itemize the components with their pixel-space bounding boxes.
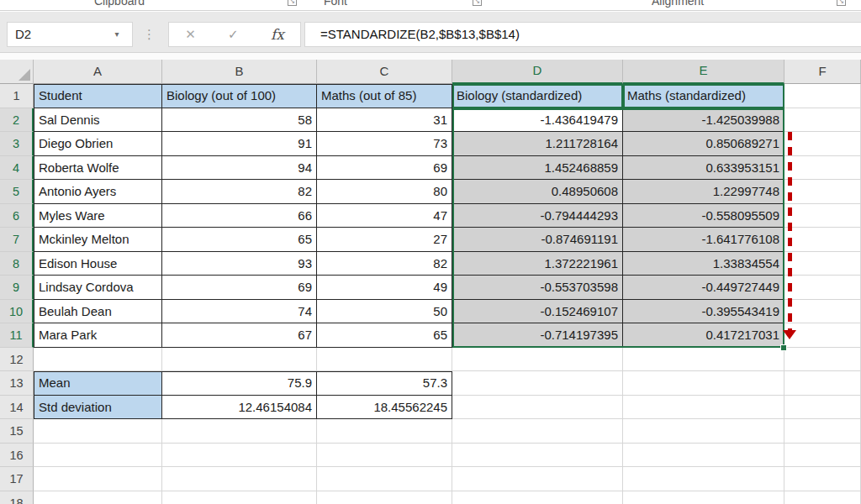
cell-D12[interactable] [452,348,623,372]
row-header-3[interactable]: 3 [0,132,34,156]
cell-F2[interactable] [784,108,861,133]
column-header-F[interactable]: F [784,60,861,84]
cell-A12[interactable] [34,348,162,372]
cell-D3[interactable]: 1.211728164 [452,132,623,156]
cell-A4[interactable]: Roberta Wolfe [34,156,162,181]
cell-C5[interactable]: 80 [317,180,452,204]
cell-B12[interactable] [162,348,317,372]
row-header-13[interactable]: 13 [0,371,34,396]
cell-D10[interactable]: -0.152469107 [452,300,623,324]
cell-D18[interactable] [452,491,623,504]
cell-F16[interactable] [784,444,861,468]
cell-E4[interactable]: 0.633953151 [623,156,784,181]
cell-F4[interactable] [784,156,861,181]
cell-B4[interactable]: 94 [162,156,317,181]
cell-E10[interactable]: -0.395543419 [623,300,784,324]
row-header-10[interactable]: 10 [0,300,34,324]
cell-E6[interactable]: -0.558095509 [623,204,784,228]
cell-F3[interactable] [784,132,861,156]
cell-F6[interactable] [784,204,861,228]
cell-C6[interactable]: 47 [317,204,452,228]
row-header-14[interactable]: 14 [0,396,34,420]
cell-A5[interactable]: Antonio Ayers [34,180,162,204]
alignment-dialog-launcher-icon[interactable]: ↘ [837,0,846,6]
cell-A16[interactable] [34,444,162,468]
cell-C1[interactable]: Maths (out of 85) [317,84,452,108]
cell-F12[interactable] [784,348,861,372]
cell-B8[interactable]: 93 [162,252,317,276]
cell-F9[interactable] [784,276,861,300]
column-header-A[interactable]: A [34,60,162,84]
cell-E8[interactable]: 1.33834554 [623,252,784,276]
cell-F18[interactable] [784,491,861,504]
cell-F15[interactable] [784,419,861,444]
cell-A7[interactable]: Mckinley Melton [34,228,162,252]
cell-E16[interactable] [623,444,784,468]
row-header-15[interactable]: 15 [0,419,34,444]
cell-C3[interactable]: 73 [317,132,452,156]
cell-A9[interactable]: Lindsay Cordova [34,276,162,300]
cell-A11[interactable]: Mara Park [34,323,162,348]
cell-C15[interactable] [317,419,452,444]
name-box[interactable]: D2 ▾ [7,22,133,47]
row-header-7[interactable]: 7 [0,228,34,252]
cell-E14[interactable] [623,396,784,420]
cell-F1[interactable] [784,84,861,108]
cell-E7[interactable]: -1.641776108 [623,228,784,252]
name-box-dropdown-icon[interactable]: ▾ [108,23,125,46]
cell-C10[interactable]: 50 [317,300,452,324]
cell-C7[interactable]: 27 [317,228,452,252]
font-dialog-launcher-icon[interactable]: ↘ [473,0,482,6]
cell-E9[interactable]: -0.449727449 [623,276,784,300]
column-header-C[interactable]: C [317,60,452,84]
cell-C12[interactable] [317,348,452,372]
cell-A10[interactable]: Beulah Dean [34,300,162,324]
cell-E2[interactable]: -1.425039988 [623,108,784,133]
cell-A13[interactable]: Mean [34,371,162,396]
row-header-12[interactable]: 12 [0,348,34,372]
fill-handle[interactable] [780,344,787,351]
cell-E5[interactable]: 1.22997748 [623,180,784,204]
cell-A17[interactable] [34,467,162,491]
formula-bar-resize-dots-icon[interactable]: ⋮ [143,22,155,47]
cell-B13[interactable]: 75.9 [162,371,317,396]
cell-C14[interactable]: 18.45562245 [317,396,452,420]
row-header-8[interactable]: 8 [0,252,34,276]
cell-D13[interactable] [452,371,623,396]
cell-B3[interactable]: 91 [162,132,317,156]
column-header-D[interactable]: D [452,60,623,84]
formula-input[interactable]: =STANDARDIZE(B2,$B$13,$B$14) [304,22,861,47]
cell-D17[interactable] [452,467,623,491]
row-header-1[interactable]: 1 [0,84,34,108]
row-header-18[interactable]: 18 [0,491,34,504]
cell-F5[interactable] [784,180,861,204]
cell-A6[interactable]: Myles Ware [34,204,162,228]
row-header-6[interactable]: 6 [0,204,34,228]
cell-C4[interactable]: 69 [317,156,452,181]
cell-B5[interactable]: 82 [162,180,317,204]
cancel-button[interactable]: ✕ [185,27,196,42]
cell-D4[interactable]: 1.452468859 [452,156,623,181]
cell-F14[interactable] [784,396,861,420]
cell-D2[interactable]: -1.436419479 [452,108,623,133]
cell-F10[interactable] [784,300,861,324]
cell-F8[interactable] [784,252,861,276]
row-header-5[interactable]: 5 [0,180,34,204]
cell-E1[interactable]: Maths (standardized) [623,84,784,108]
cell-B9[interactable]: 69 [162,276,317,300]
cell-A8[interactable]: Edison House [34,252,162,276]
cell-A15[interactable] [34,419,162,444]
row-header-11[interactable]: 11 [0,323,34,348]
clipboard-dialog-launcher-icon[interactable]: ↘ [288,0,297,6]
cell-A1[interactable]: Student [34,84,162,108]
insert-function-button[interactable]: fx [271,26,284,43]
cell-E15[interactable] [623,419,784,444]
cell-D5[interactable]: 0.48950608 [452,180,623,204]
cell-D9[interactable]: -0.553703598 [452,276,623,300]
column-header-E[interactable]: E [623,60,784,84]
cell-B14[interactable]: 12.46154084 [162,396,317,420]
row-header-17[interactable]: 17 [0,467,34,491]
cell-A14[interactable]: Std deviation [34,396,162,420]
cell-D14[interactable] [452,396,623,420]
enter-button[interactable]: ✓ [228,27,239,42]
